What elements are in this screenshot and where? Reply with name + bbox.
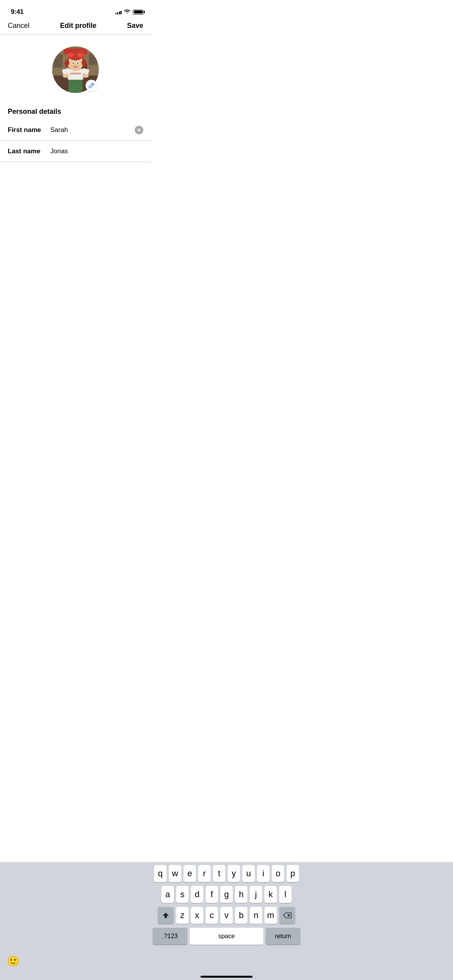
svg-point-20 (82, 60, 86, 66)
first-name-input[interactable] (50, 126, 135, 134)
personal-details-header: Personal details (0, 102, 151, 120)
svg-point-21 (68, 53, 74, 57)
cancel-button[interactable]: Cancel (8, 22, 29, 30)
clear-first-name-button[interactable] (135, 126, 143, 134)
avatar-wrapper[interactable]: NHCCTOR BARERTER (52, 46, 99, 93)
last-name-field[interactable]: Last name (0, 141, 151, 162)
section-divider-bottom (0, 162, 151, 162)
edit-avatar-button[interactable] (86, 80, 97, 91)
svg-point-26 (77, 62, 79, 64)
svg-point-15 (82, 74, 89, 78)
page-title: Edit profile (60, 22, 96, 30)
section-title: Personal details (8, 108, 61, 115)
last-name-label: Last name (8, 147, 50, 155)
status-icons (115, 9, 144, 15)
first-name-field[interactable]: First name (0, 120, 151, 140)
svg-rect-4 (53, 54, 63, 68)
svg-point-25 (73, 62, 74, 64)
svg-point-22 (77, 53, 83, 57)
status-time: 9:41 (11, 8, 24, 16)
status-bar: 9:41 (0, 0, 151, 19)
svg-rect-5 (89, 53, 97, 65)
svg-point-14 (63, 74, 69, 78)
battery-icon (133, 10, 143, 15)
svg-point-19 (65, 60, 69, 66)
svg-point-27 (75, 64, 76, 65)
last-name-input[interactable] (50, 147, 143, 155)
avatar-section: NHCCTOR BARERTER (0, 35, 151, 102)
save-button[interactable]: Save (127, 22, 143, 30)
svg-text:BARERTER: BARERTER (70, 72, 81, 75)
signal-icon (115, 10, 122, 14)
first-name-label: First name (8, 126, 50, 134)
wifi-icon (124, 9, 130, 15)
nav-bar: Cancel Edit profile Save (0, 19, 151, 34)
